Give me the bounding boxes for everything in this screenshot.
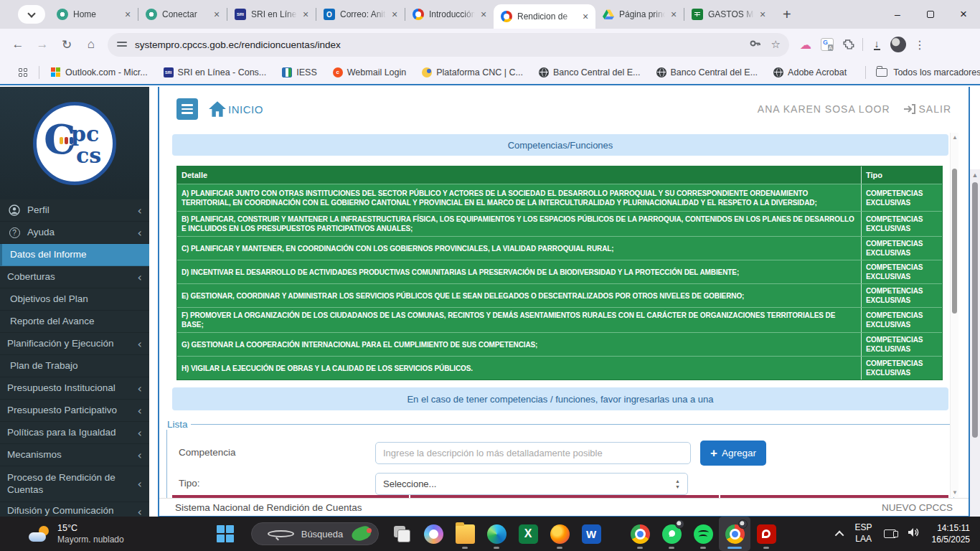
minimize-button[interactable]: – [881, 0, 914, 29]
table-row[interactable]: H) VIGILAR LA EJECUCIÓN DE OBRAS Y LA CA… [177, 356, 942, 380]
taskbar-search[interactable]: Búsqueda [251, 522, 379, 545]
bookmark-sri[interactable]: SRISRI en Línea - Cons... [164, 67, 267, 77]
weather-widget[interactable]: 15°C Mayorm. nublado [29, 523, 124, 545]
copilot-button[interactable] [418, 517, 449, 551]
weather-extension-icon[interactable]: ☁ [795, 38, 816, 52]
sidebar-item-datos-del-informe[interactable]: Datos del Informe [0, 244, 149, 266]
sidebar-item-perfil[interactable]: Perfil ‹ [0, 199, 149, 222]
agregar-button[interactable]: + Agregar [700, 441, 766, 466]
site-info-icon[interactable] [116, 39, 128, 50]
network-icon[interactable] [884, 529, 896, 538]
sidebar-item-coberturas[interactable]: Coberturas ‹ [0, 266, 149, 288]
bookmark-outlook[interactable]: Outlook.com - Micr... [51, 67, 148, 77]
sidebar-item-plan-de-trabajo[interactable]: Plan de Trabajo [0, 355, 149, 377]
tab-sri[interactable]: SRI SRI en Línea × [227, 0, 316, 29]
breadcrumb-inicio[interactable]: INICIO [208, 100, 263, 118]
reload-button[interactable]: ↻ [55, 32, 79, 57]
acrobat-button[interactable] [750, 517, 782, 551]
bookmark-adobe[interactable]: Adobe Acrobat [773, 67, 847, 77]
whatsapp-button[interactable] [656, 517, 687, 551]
apps-grid-icon[interactable] [19, 68, 27, 77]
table-row[interactable]: G) GESTIONAR LA COOPERACIÓN INTERNACIONA… [177, 332, 942, 356]
bookmark-webmail[interactable]: cWebmail Login [333, 67, 406, 77]
chrome-active-button[interactable] [719, 517, 750, 551]
scroll-up-icon[interactable]: ▲ [970, 171, 980, 179]
excel-button[interactable]: X [512, 517, 544, 551]
tab-home[interactable]: Home × [50, 0, 138, 29]
tab-close-icon[interactable]: × [478, 9, 489, 20]
maximize-button[interactable] [914, 0, 947, 29]
sidebar-item-objetivos-del-plan[interactable]: Objetivos del Plan [0, 288, 149, 311]
spotify-button[interactable] [687, 517, 719, 551]
sidebar-item-planificacion-y-ejecucion[interactable]: Planificación y Ejecución ‹ [0, 333, 149, 355]
word-button[interactable]: W [575, 517, 607, 551]
logout-button[interactable]: SALIR [903, 103, 951, 115]
tab-gastos[interactable]: GASTOS ME × [684, 0, 773, 29]
menu-three-dots-icon[interactable]: ⋮ [909, 38, 930, 52]
edge-button[interactable] [481, 517, 512, 551]
tab-close-icon[interactable]: × [122, 9, 133, 20]
back-button[interactable]: ← [6, 32, 30, 57]
sidebar-item-difusion-comunicacion[interactable]: Difusión y Comunicación ‹ [0, 502, 149, 517]
chrome-button[interactable] [624, 517, 656, 551]
page-scrollbar[interactable]: ▲ ▼ [970, 169, 980, 551]
sidebar-item-proceso-rendicion-cuentas[interactable]: Proceso de Rendición de Cuentas ‹ [0, 466, 149, 502]
table-row[interactable]: D) INCENTIVAR EL DESARROLLO DE ACTIVIDAD… [177, 260, 942, 283]
bookmark-star-icon[interactable]: ☆ [771, 38, 781, 51]
scrollbar-thumb[interactable] [972, 182, 978, 438]
tipo-select[interactable]: Seleccione... ▲▼ [375, 473, 688, 495]
all-bookmarks-button[interactable]: Todos los marcadores [876, 67, 980, 77]
language-indicator[interactable]: ESP LAA [855, 522, 872, 545]
address-bar[interactable]: systempro.cpccs.gob.ec/rendicioncuentas/… [108, 33, 789, 57]
tab-pagina-principal[interactable]: Página princi × [595, 0, 684, 29]
forward-button[interactable]: → [30, 32, 55, 57]
tab-correo[interactable]: O Correo: Anita × [316, 0, 405, 29]
tab-close-icon[interactable]: × [300, 9, 311, 20]
competencia-input[interactable] [375, 442, 691, 464]
bookmark-banco-central-2[interactable]: Banco Central del E... [656, 67, 758, 77]
table-row[interactable]: A) PLANIFICAR JUNTO CON OTRAS INSTITUCIO… [177, 184, 942, 211]
content-scrollbar[interactable]: ▲ ▼ [950, 133, 958, 497]
sidebar-item-ayuda[interactable]: ? Ayuda ‹ [0, 222, 149, 244]
scroll-down-icon[interactable]: ▼ [951, 489, 959, 496]
tab-close-icon[interactable]: × [389, 9, 400, 20]
table-row[interactable]: F) PROMOVER LA ORGANIZACIÓN DE LOS CIUDA… [177, 307, 942, 332]
tab-list-chevron-button[interactable] [18, 5, 45, 24]
password-key-icon[interactable] [749, 37, 761, 52]
tab-close-icon[interactable]: × [211, 9, 222, 20]
sidebar-item-presupuesto-institucional[interactable]: Presupuesto Institucional ‹ [0, 377, 149, 400]
table-row[interactable]: E) GESTIONAR, COORDINAR Y ADMINISTRAR LO… [177, 283, 942, 307]
sidebar-item-presupuesto-participativo[interactable]: Presupuesto Participativo ‹ [0, 400, 149, 422]
tab-conectar[interactable]: Conectar × [138, 0, 227, 29]
hamburger-menu-button[interactable] [176, 98, 198, 120]
table-row[interactable]: C) PLANIFICAR Y MANTENER, EN COORDINACIÓ… [177, 236, 942, 260]
new-tab-button[interactable]: + [783, 6, 791, 23]
table-row[interactable]: B) PLANIFICAR, CONSTRUIR Y MANTENER LA I… [177, 211, 942, 236]
profile-avatar[interactable] [887, 37, 909, 52]
sidebar-item-politicas-para-la-igualdad[interactable]: Políticas para la Igualdad ‹ [0, 422, 149, 444]
url-text[interactable]: systempro.cpccs.gob.ec/rendicioncuentas/… [135, 39, 739, 50]
tab-close-icon[interactable]: × [580, 11, 591, 22]
translate-icon[interactable] [816, 38, 838, 51]
bookmark-banco-central-1[interactable]: Banco Central del E... [539, 67, 641, 77]
bookmark-iess[interactable]: IESS [282, 67, 317, 77]
tab-close-icon[interactable]: × [757, 9, 768, 20]
firefox-button[interactable] [544, 517, 575, 551]
sidebar-item-mecanismos[interactable]: Mecanismos ‹ [0, 444, 149, 466]
clock[interactable]: 14:15:11 16/5/2025 [932, 522, 970, 545]
start-button[interactable] [209, 517, 241, 551]
file-explorer-button[interactable] [449, 517, 481, 551]
task-view-button[interactable] [386, 517, 418, 551]
scrollbar-thumb[interactable] [952, 169, 957, 314]
tab-close-icon[interactable]: × [668, 9, 679, 20]
tray-chevron-up-icon[interactable] [834, 530, 844, 540]
volume-icon[interactable] [908, 527, 920, 541]
downloads-icon[interactable]: ↓ [866, 39, 887, 50]
tab-rendicion-active[interactable]: Rendicion de × [494, 4, 595, 29]
sidebar-item-reporte-del-avance[interactable]: Reporte del Avance [0, 311, 149, 333]
scroll-up-icon[interactable]: ▲ [951, 134, 959, 141]
tab-introduccion[interactable]: Introducción × [405, 0, 494, 29]
extensions-puzzle-icon[interactable] [838, 38, 859, 51]
bookmark-cnc[interactable]: Plataforma CNC | C... [422, 67, 523, 77]
close-window-button[interactable]: × [947, 0, 980, 29]
